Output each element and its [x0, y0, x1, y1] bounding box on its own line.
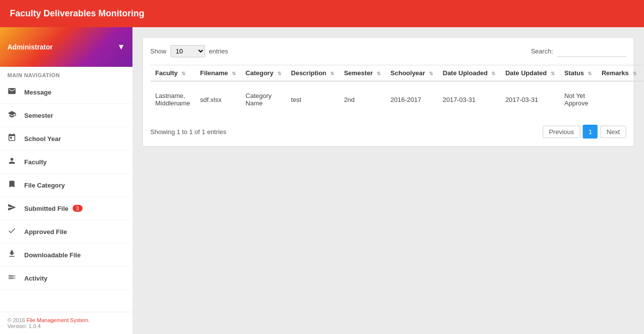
copyright-text: © 2016 — [7, 317, 27, 323]
sort-remarks-icon: ⇅ — [633, 71, 637, 76]
sort-filename-icon: ⇅ — [232, 71, 236, 76]
data-table: Faculty ⇅ Filename ⇅ Category ⇅ Descript… — [150, 65, 644, 117]
sort-date-uploaded-icon: ⇅ — [491, 71, 495, 76]
app-name-link[interactable]: File Management System — [27, 317, 88, 323]
cell-date-uploaded: 2017-03-31 — [438, 81, 501, 117]
search-label: Search: — [531, 48, 553, 55]
current-page[interactable]: 1 — [583, 125, 598, 139]
sidebar-item-approved-file-label: Approved File — [24, 228, 67, 236]
sidebar-item-file-category-label: File Category — [24, 182, 65, 189]
cell-semester: 2nd — [339, 81, 386, 117]
search-box: Search: — [531, 46, 626, 57]
col-status: Status ⇅ — [559, 65, 597, 82]
sidebar-item-file-category[interactable]: File Category — [0, 174, 132, 197]
col-option: Option — [642, 65, 644, 82]
cell-faculty: Lastname, Middlename — [150, 81, 195, 117]
app-title: Faculty Deliverables Monitoring — [10, 8, 144, 19]
previous-button[interactable]: Previous — [543, 126, 581, 138]
sidebar-item-school-year[interactable]: School Year — [0, 127, 132, 150]
sort-date-updated-icon: ⇅ — [551, 71, 555, 76]
entries-label: entries — [209, 48, 228, 55]
table-row: Lastname, Middlename sdf.xlsx Category N… — [150, 81, 644, 117]
sidebar-item-downloadable-file-label: Downloadable File — [24, 251, 81, 259]
version-value: 1.0.4 — [29, 323, 41, 329]
sort-description-icon: ⇅ — [330, 71, 334, 76]
cell-status: Not Yet Approve — [559, 81, 597, 117]
col-date-uploaded: Date Uploaded ⇅ — [438, 65, 501, 82]
show-entries-control: Show 10 25 50 100 entries — [150, 45, 228, 57]
sort-faculty-icon: ⇅ — [181, 71, 185, 76]
sidebar-item-faculty-label: Faculty — [24, 158, 47, 166]
sidebar-item-school-year-label: School Year — [24, 135, 61, 143]
cell-category: Category Name — [241, 81, 286, 117]
sidebar-item-submitted-file-label: Submitted File — [24, 205, 69, 212]
col-remarks: Remarks ⇅ — [597, 65, 642, 82]
activity-icon — [7, 273, 19, 284]
search-input[interactable] — [557, 46, 626, 57]
sort-schoolyear-icon: ⇅ — [429, 71, 433, 76]
entries-select[interactable]: 10 25 50 100 — [171, 45, 205, 57]
cell-date-updated: 2017-03-31 — [500, 81, 559, 117]
sidebar-item-semester-label: Semester — [24, 112, 53, 119]
submitted-file-badge: 3 — [73, 205, 83, 212]
col-date-updated: Date Updated ⇅ — [500, 65, 559, 82]
cell-schoolyear: 2016-2017 — [386, 81, 438, 117]
show-label: Show — [150, 48, 167, 55]
cell-filename: sdf.xlsx — [195, 81, 241, 117]
cell-description: test — [286, 81, 339, 117]
sidebar-item-downloadable-file[interactable]: Downloadable File — [0, 243, 132, 267]
table-controls: Show 10 25 50 100 entries Search: — [150, 45, 626, 57]
sidebar: Administrator ▼ MAIN NAVIGATION Message … — [0, 27, 132, 334]
col-semester: Semester ⇅ — [339, 65, 386, 82]
sidebar-item-message-label: Message — [24, 89, 51, 96]
col-faculty: Faculty ⇅ — [150, 65, 195, 82]
sidebar-nav: Message Semester School Year — [0, 81, 132, 312]
sidebar-item-message[interactable]: Message — [0, 81, 132, 104]
download-icon — [7, 249, 19, 260]
sort-status-icon: ⇅ — [588, 71, 592, 76]
envelope-icon — [7, 87, 19, 97]
sort-semester-icon: ⇅ — [377, 71, 381, 76]
person-icon — [7, 156, 19, 167]
bookmark-icon — [7, 180, 19, 191]
sidebar-user-chevron-icon: ▼ — [117, 43, 125, 51]
check-icon — [7, 226, 19, 237]
col-schoolyear: Schoolyear ⇅ — [386, 65, 438, 82]
sort-category-icon: ⇅ — [277, 71, 281, 76]
main-content: Show 10 25 50 100 entries Search: — [132, 27, 644, 334]
version-label: Version: — [7, 323, 29, 329]
cell-remarks — [597, 81, 642, 117]
sidebar-item-activity-label: Activity — [24, 275, 47, 282]
cell-option: ✓ ✕ — [642, 81, 644, 117]
col-filename: Filename ⇅ — [195, 65, 241, 82]
graduation-icon — [7, 110, 19, 121]
table-footer: Showing 1 to 1 of 1 entries Previous 1 N… — [150, 125, 626, 139]
send-icon — [7, 203, 19, 214]
sidebar-item-faculty[interactable]: Faculty — [0, 150, 132, 174]
pagination: Previous 1 Next — [543, 125, 626, 139]
sidebar-item-semester[interactable]: Semester — [0, 104, 132, 127]
col-description: Description ⇅ — [286, 65, 339, 82]
next-button[interactable]: Next — [600, 126, 626, 138]
sidebar-footer: © 2016 File Management System. Version: … — [0, 312, 132, 334]
data-card: Show 10 25 50 100 entries Search: — [142, 37, 634, 146]
sidebar-nav-label: MAIN NAVIGATION — [0, 67, 132, 81]
sidebar-username: Administrator — [7, 43, 53, 51]
entries-info: Showing 1 to 1 of 1 entries — [150, 128, 226, 136]
sidebar-item-activity[interactable]: Activity — [0, 267, 132, 290]
col-category: Category ⇅ — [241, 65, 286, 82]
sidebar-item-approved-file[interactable]: Approved File — [0, 220, 132, 243]
sidebar-user-panel[interactable]: Administrator ▼ — [0, 27, 132, 67]
calendar-icon — [7, 133, 19, 144]
app-header: Faculty Deliverables Monitoring — [0, 0, 644, 27]
sidebar-item-submitted-file[interactable]: Submitted File 3 — [0, 197, 132, 220]
